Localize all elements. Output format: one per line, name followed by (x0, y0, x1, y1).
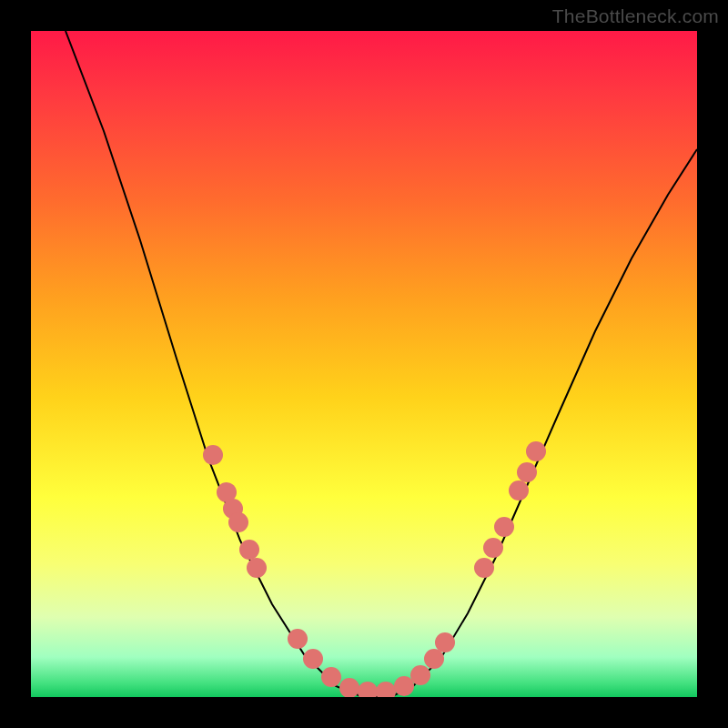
curve-marker (239, 540, 259, 560)
curve-marker (517, 462, 537, 482)
curve-marker (474, 558, 494, 578)
curve-markers (203, 441, 546, 697)
curve-marker (339, 678, 359, 697)
curve-marker (435, 632, 455, 652)
watermark-label: TheBottleneck.com (552, 5, 719, 27)
curve-marker (494, 517, 514, 537)
curve-marker (483, 538, 503, 558)
chart-frame: TheBottleneck.com (0, 0, 728, 728)
curve-marker (410, 665, 430, 685)
chart-plot-area (31, 31, 697, 697)
curve-marker (509, 480, 529, 500)
bottleneck-curve (66, 31, 697, 697)
curve-marker (303, 649, 323, 669)
curve-marker (526, 441, 546, 461)
curve-marker (394, 676, 414, 696)
curve-marker (376, 682, 396, 697)
curve-marker (247, 558, 267, 578)
curve-marker (321, 667, 341, 687)
chart-svg (31, 31, 697, 697)
curve-marker (424, 649, 444, 669)
curve-marker (288, 629, 308, 649)
curve-marker (203, 445, 223, 465)
curve-marker (358, 682, 378, 697)
curve-marker (228, 512, 248, 532)
